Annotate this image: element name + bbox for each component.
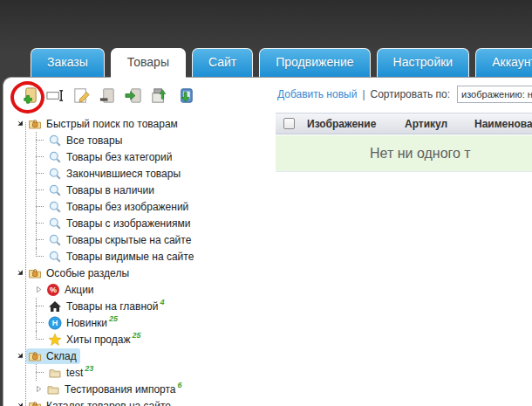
- product-count-badge: 4: [160, 298, 164, 306]
- add-product-button[interactable]: [18, 86, 40, 108]
- move-button[interactable]: [123, 86, 145, 108]
- tree-node-content[interactable]: Каталог товаров на сайте: [26, 398, 174, 406]
- tree-node-selected-highlight[interactable]: Склад: [26, 348, 80, 364]
- sort-by-select[interactable]: изображению: н: [457, 86, 532, 103]
- tree-connector: [32, 132, 46, 148]
- tree-node-content[interactable]: Быстрый поиск по товарам: [26, 116, 181, 132]
- tree-connector: [32, 198, 46, 215]
- product-count-badge: 25: [109, 314, 118, 323]
- edit-button[interactable]: [71, 86, 92, 108]
- tree-node[interactable]: Каталог товаров на сайте: [14, 397, 276, 406]
- tree-node-label: Склад: [46, 349, 77, 363]
- tree-node[interactable]: Товары видимые на сайте: [14, 248, 276, 265]
- tree-connector: [32, 165, 46, 182]
- search-icon: [48, 217, 63, 231]
- tree-node-label: Особые разделы: [46, 266, 129, 280]
- tree-node-label: Товары скрытые на сайте: [66, 233, 191, 247]
- tree-node[interactable]: Товары на главной4: [14, 298, 276, 314]
- tree-node[interactable]: Товары без категорий: [14, 148, 276, 165]
- search-icon: [48, 183, 63, 197]
- search-icon: [48, 250, 63, 264]
- expanded-arrow-icon[interactable]: [14, 348, 26, 364]
- export-excel-button[interactable]: [149, 86, 171, 108]
- tree-node-content[interactable]: Товары с изображениями: [46, 216, 194, 231]
- tree-node-content[interactable]: Товары без изображений: [46, 199, 192, 215]
- add-product-icon: [19, 86, 39, 109]
- tree-node-label: Новинки: [66, 316, 107, 330]
- column-header-name[interactable]: Наименование: [469, 118, 532, 130]
- tree-node[interactable]: Тестирования импорта6: [14, 381, 276, 397]
- tree-node[interactable]: Товары в наличии: [14, 182, 276, 198]
- tree-node[interactable]: Быстрый поиск по товарам: [14, 115, 276, 132]
- tree-node-content[interactable]: Товары на главной4: [46, 299, 167, 314]
- tree-node-content[interactable]: test23: [46, 365, 97, 381]
- tree-node-content[interactable]: Товары скрытые на сайте: [46, 232, 194, 248]
- column-header-sku[interactable]: Артикул: [399, 118, 469, 130]
- tree-node-content[interactable]: Товары видимые на сайте: [46, 249, 197, 265]
- export-excel-icon: [150, 86, 170, 109]
- folder-lock-icon: [28, 266, 43, 280]
- expanded-arrow-icon[interactable]: [14, 265, 26, 281]
- tree-node-content[interactable]: Хиты продаж25: [46, 332, 144, 348]
- tree-node-content[interactable]: Тестирования импорта6: [44, 382, 186, 397]
- category-tree: Быстрый поиск по товарамВсе товарыТовары…: [3, 114, 276, 406]
- search-icon: [48, 167, 63, 181]
- tree-node-content[interactable]: Все товары: [46, 133, 126, 148]
- collapsed-arrow-icon[interactable]: [32, 281, 44, 298]
- delete-icon: [98, 86, 118, 109]
- tree-node[interactable]: Склад: [14, 348, 276, 364]
- tree-connector: [32, 148, 46, 165]
- tree-node[interactable]: Закончившиеся товары: [14, 165, 276, 182]
- expanded-arrow-icon[interactable]: [14, 397, 26, 406]
- tab-account[interactable]: Аккаунт: [475, 48, 532, 77]
- rename-button[interactable]: [44, 86, 66, 108]
- tree-node-content[interactable]: %Акции: [44, 282, 98, 298]
- house-icon: [48, 299, 63, 313]
- empty-table-message: Нет ни одного т: [276, 135, 532, 172]
- tab-settings[interactable]: Настройки: [377, 48, 470, 77]
- add-new-link[interactable]: Добавить новый: [277, 88, 357, 100]
- search-icon: [48, 200, 63, 214]
- tree-node[interactable]: ННовинки25: [14, 314, 276, 331]
- product-count-badge: 25: [132, 331, 140, 340]
- tab-promotion[interactable]: Продвижение: [259, 48, 370, 77]
- svg-text:%: %: [50, 286, 57, 294]
- tree-node-label: Товары видимые на сайте: [66, 250, 194, 264]
- folder-lock-icon: [28, 399, 43, 406]
- tree-node[interactable]: Хиты продаж25: [14, 331, 276, 348]
- tab-products[interactable]: Товары: [111, 48, 186, 78]
- tree-node-label: Товары без изображений: [66, 200, 188, 214]
- tree-node[interactable]: Товары без изображений: [14, 198, 276, 215]
- tree-node[interactable]: test23: [14, 364, 276, 381]
- tree-node[interactable]: %Акции: [14, 281, 276, 298]
- tree-node-label: Все товары: [66, 134, 122, 148]
- tree-node-content[interactable]: Особые разделы: [26, 265, 133, 281]
- tree-node-content[interactable]: Товары в наличии: [46, 182, 158, 198]
- sort-by-label: Сортировать по:: [371, 88, 451, 100]
- tree-node[interactable]: Товары скрытые на сайте: [14, 231, 276, 248]
- delete-button[interactable]: [97, 86, 119, 108]
- new-badge-icon: Н: [48, 316, 63, 330]
- search-icon: [48, 150, 63, 164]
- collapsed-arrow-icon[interactable]: [32, 381, 44, 397]
- products-toolbar: [3, 78, 276, 114]
- select-all-checkbox[interactable]: [283, 118, 295, 129]
- expanded-arrow-icon[interactable]: [14, 115, 26, 132]
- tree-node[interactable]: Все товары: [14, 132, 276, 148]
- tree-node-content[interactable]: ННовинки25: [46, 315, 121, 331]
- import-excel-icon: [176, 86, 196, 109]
- tab-orders[interactable]: Заказы: [31, 48, 105, 77]
- tree-node[interactable]: Товары с изображениями: [14, 215, 276, 231]
- tree-node[interactable]: Особые разделы: [14, 265, 276, 281]
- import-excel-button[interactable]: [175, 86, 197, 108]
- search-icon: [48, 233, 63, 247]
- tree-node-content[interactable]: Закончившиеся товары: [46, 166, 184, 182]
- rename-icon: [45, 86, 65, 109]
- tab-site[interactable]: Сайт: [192, 48, 253, 77]
- tree-connector: [32, 314, 46, 331]
- tree-node-content[interactable]: Товары без категорий: [46, 149, 175, 165]
- svg-text:Н: Н: [52, 319, 58, 327]
- move-icon: [124, 86, 144, 109]
- column-header-image[interactable]: Изображение: [302, 118, 399, 130]
- products-table-header: Изображение Артикул Наименование: [276, 113, 532, 134]
